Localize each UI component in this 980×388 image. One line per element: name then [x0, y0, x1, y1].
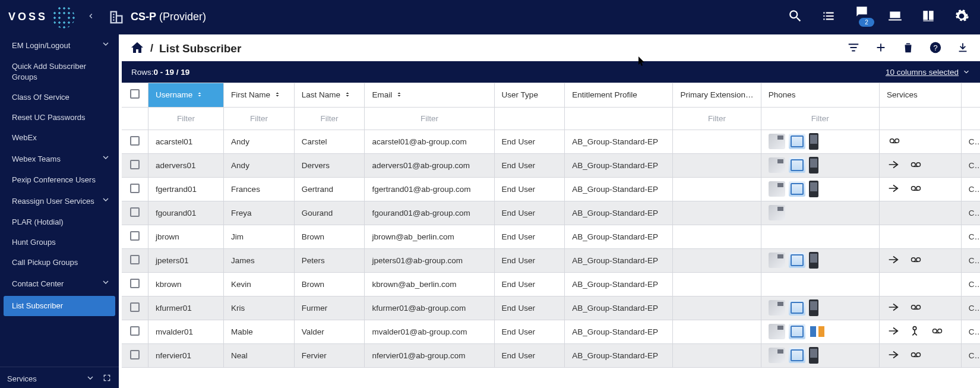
- column-header-services[interactable]: Services: [879, 83, 961, 107]
- column-header-entitlement-profile[interactable]: Entitlement Profile: [565, 83, 673, 107]
- sidebar-collapse-button[interactable]: [87, 12, 95, 22]
- row-checkbox[interactable]: [130, 207, 140, 217]
- filter-input-primary-extension[interactable]: [680, 114, 753, 123]
- column-header-user-type[interactable]: User Type: [494, 83, 565, 107]
- chevron-down-icon: [101, 153, 110, 165]
- svg-point-4: [911, 162, 915, 166]
- filter-input-phones[interactable]: [769, 114, 872, 123]
- add-button[interactable]: [874, 41, 887, 56]
- row-checkbox[interactable]: [130, 302, 140, 312]
- sidebar-item-em-login-logout[interactable]: EM Login/Logout: [0, 34, 119, 56]
- chevron-down-icon: [962, 68, 970, 76]
- sidebar-item-plar-hotdial-[interactable]: PLAR (Hotdial): [0, 212, 119, 232]
- cell-user-type: End User: [494, 320, 565, 343]
- delete-button[interactable]: [902, 41, 915, 56]
- home-button[interactable]: [130, 40, 144, 56]
- cell-phones: [761, 201, 879, 225]
- columns-selected-button[interactable]: 10 columns selected: [886, 68, 970, 77]
- row-checkbox[interactable]: [130, 184, 140, 193]
- table-row[interactable]: fgertrand01FrancesGertrandfgertrand01@ab…: [122, 177, 980, 201]
- fullscreen-button[interactable]: [102, 373, 112, 384]
- cell-user-type: End User: [494, 201, 565, 225]
- column-header-phones[interactable]: Phones: [761, 83, 879, 107]
- sidebar-item-class-of-service[interactable]: Class Of Service: [0, 87, 119, 108]
- service-voicemail-icon: [908, 301, 924, 315]
- cell-entitlement: AB_Group-Standard-EP: [565, 130, 673, 153]
- row-checkbox[interactable]: [130, 255, 140, 264]
- table-row[interactable]: acarstel01AndyCarstelacarstel01@ab-group…: [122, 130, 980, 153]
- row-checkbox[interactable]: [130, 136, 140, 146]
- column-header-username[interactable]: Username: [148, 83, 223, 107]
- table-row[interactable]: jpeters01JamesPetersjpeters01@ab-group.c…: [122, 248, 980, 272]
- table-row[interactable]: kfurmer01KrisFurmerkfurmer01@ab-group.co…: [122, 296, 980, 320]
- row-checkbox[interactable]: [130, 160, 140, 169]
- sidebar-item-hunt-groups[interactable]: Hunt Groups: [0, 232, 119, 253]
- filter-cell-phones: [761, 107, 879, 130]
- filter-input-username[interactable]: [156, 114, 216, 123]
- sidebar-footer-expand[interactable]: [86, 373, 95, 384]
- sidebar-item-reset-uc-passwords[interactable]: Reset UC Passwords: [0, 108, 119, 128]
- sidebar-item-label: List Subscriber: [12, 301, 63, 311]
- cell-phones: [761, 272, 879, 296]
- table-row[interactable]: kbrownKevinBrownkbrown@ab_berlin.comEnd …: [122, 272, 980, 296]
- sidebar-item-call-pickup-groups[interactable]: Call Pickup Groups: [0, 253, 119, 273]
- phone-desk-icon: [769, 348, 785, 363]
- sidebar-item-webex[interactable]: WebEx: [0, 128, 119, 148]
- cell-username: kfurmer01: [148, 296, 223, 320]
- table-row[interactable]: mvalder01MableValdermvalder01@ab-group.c…: [122, 320, 980, 343]
- cell-user-type: End User: [494, 296, 565, 320]
- row-checkbox[interactable]: [130, 279, 140, 288]
- sidebar-item-label: Reset UC Passwords: [12, 112, 86, 123]
- cell-email: kbrown@ab_berlin.com: [365, 272, 494, 296]
- column-header-checkbox: [122, 83, 148, 107]
- filter-input-first-name[interactable]: [231, 114, 287, 123]
- phone-dual-icon: [809, 324, 826, 339]
- filter-button[interactable]: [847, 41, 860, 56]
- docs-button[interactable]: [921, 8, 936, 26]
- trash-icon: [902, 41, 915, 54]
- cell-primary-extension: [673, 177, 761, 201]
- column-header-primary-extension[interactable]: Primary Extension: [673, 83, 761, 107]
- column-header-last-name[interactable]: Last Name: [294, 83, 365, 107]
- settings-button[interactable]: [954, 8, 969, 26]
- column-header-first-name[interactable]: First Name: [224, 83, 295, 107]
- cell-last-name: Gourand: [294, 201, 365, 225]
- sidebar-item-quick-add-subscriber-groups[interactable]: Quick Add Subscriber Groups: [0, 56, 119, 87]
- table-row[interactable]: nfervier01NealFerviernfervier01@ab-group…: [122, 343, 980, 367]
- rows-label: Rows:: [131, 68, 154, 77]
- sidebar-item-list-subscriber[interactable]: List Subscriber: [4, 296, 115, 316]
- row-checkbox[interactable]: [130, 326, 140, 336]
- sidebar-item-contact-center[interactable]: Contact Center: [0, 273, 119, 295]
- sidebar-item-pexip-conference-users[interactable]: Pexip Conference Users: [0, 170, 119, 190]
- search-button[interactable]: [788, 8, 803, 26]
- export-button[interactable]: [956, 41, 969, 56]
- row-checkbox[interactable]: [130, 231, 140, 241]
- org-context[interactable]: CS-P (Provider): [108, 9, 206, 26]
- help-button[interactable]: ?: [929, 41, 942, 56]
- cell-last-name: Furmer: [294, 296, 365, 320]
- logo-text: VOSS: [8, 11, 48, 23]
- table-row[interactable]: jbrownJimBrownjbrown@ab_berlin.comEnd Us…: [122, 225, 980, 248]
- sidebar-item-webex-teams[interactable]: Webex Teams: [0, 148, 119, 170]
- cell-username: jbrown: [148, 225, 223, 248]
- select-all-checkbox[interactable]: [130, 89, 140, 99]
- sidebar-item-label: Contact Center: [12, 279, 64, 289]
- service-snr-icon: [887, 301, 900, 316]
- table-row[interactable]: fgourand01FreyaGourandfgourand01@ab-grou…: [122, 201, 980, 225]
- page-header: / List Subscriber ?: [122, 34, 980, 61]
- display-button[interactable]: [887, 8, 903, 26]
- filter-input-email[interactable]: [372, 114, 486, 123]
- filter-input-last-name[interactable]: [302, 114, 358, 123]
- phone-mobile-icon: [809, 347, 818, 364]
- cell-entitlement: AB_Group-Standard-EP: [565, 296, 673, 320]
- cell-services: [879, 177, 961, 201]
- sidebar-footer-label[interactable]: Services: [7, 374, 78, 383]
- help-icon: ?: [929, 41, 942, 54]
- column-header-email[interactable]: Email: [365, 83, 494, 107]
- activity-list-button[interactable]: [821, 8, 836, 26]
- service-voicemail-icon: [930, 325, 945, 339]
- table-row[interactable]: adervers01AndyDerversadervers01@ab-group…: [122, 153, 980, 177]
- sidebar-item-reassign-user-services[interactable]: Reassign User Services: [0, 190, 119, 212]
- messages-button[interactable]: 2: [854, 4, 870, 30]
- row-checkbox[interactable]: [130, 350, 140, 359]
